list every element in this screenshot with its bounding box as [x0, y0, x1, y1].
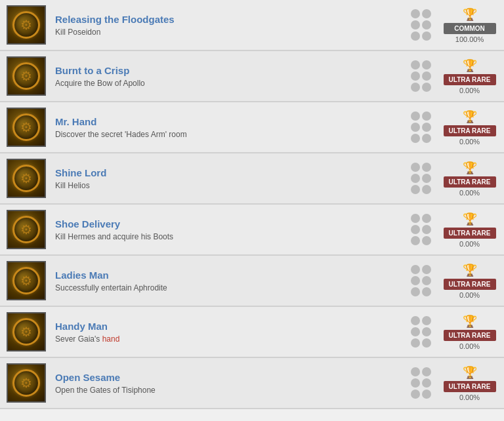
achievement-text: Shoe DeliveryKill Hermes and acquire his… — [55, 218, 400, 241]
dot — [422, 236, 431, 245]
rarity-percentage: 0.00% — [459, 291, 480, 299]
achievement-row[interactable]: Ladies ManSuccessfully entertain Aphrodi… — [0, 256, 504, 307]
achievement-title: Shoe Delivery — [55, 218, 400, 230]
dot — [411, 9, 420, 18]
achievement-row[interactable]: Handy ManSever Gaia's hand🏆ULTRA RARE0.0… — [0, 307, 504, 358]
rarity-badge: ULTRA RARE — [444, 381, 496, 392]
dot — [422, 9, 431, 18]
dot — [422, 316, 431, 325]
dot — [422, 367, 431, 376]
dot — [411, 174, 420, 183]
achievement-text: Burnt to a CrispAcquire the Bow of Apoll… — [55, 65, 400, 88]
dot — [422, 276, 431, 285]
dot — [422, 265, 431, 274]
achievement-description: Discover the secret 'Hades Arm' room — [55, 130, 400, 139]
achievement-dots — [411, 316, 431, 348]
rarity-percentage: 0.00% — [459, 189, 480, 197]
rarity-percentage: 0.00% — [459, 138, 480, 146]
dot — [422, 327, 431, 336]
achievement-dots — [411, 367, 431, 399]
dot — [411, 225, 420, 234]
achievement-icon — [7, 312, 46, 351]
achievement-description: Kill Poseidon — [55, 28, 400, 37]
dot — [422, 390, 431, 399]
achievement-title: Ladies Man — [55, 270, 400, 281]
achievement-dots — [411, 163, 431, 194]
achievement-title: Burnt to a Crisp — [55, 65, 400, 76]
achievement-rarity: 🏆ULTRA RARE0.00% — [442, 110, 497, 146]
dot — [411, 390, 420, 399]
dot — [422, 174, 431, 183]
dot — [411, 327, 420, 336]
rarity-badge: ULTRA RARE — [444, 279, 496, 290]
dot — [422, 287, 431, 296]
trophy-icon: 🏆 — [463, 7, 477, 22]
achievement-title: Releasing the Floodgates — [55, 14, 400, 25]
rarity-percentage: 0.00% — [459, 342, 480, 350]
dot — [411, 316, 420, 325]
achievement-icon — [7, 108, 46, 147]
dot — [422, 20, 431, 30]
achievement-list: Releasing the FloodgatesKill Poseidon🏆CO… — [0, 0, 504, 409]
rarity-badge: ULTRA RARE — [444, 228, 496, 239]
dot — [411, 31, 420, 41]
achievement-rarity: 🏆ULTRA RARE0.00% — [442, 212, 497, 248]
achievement-description: Kill Hermes and acquire his Boots — [55, 232, 400, 241]
trophy-icon: 🏆 — [463, 212, 477, 226]
achievement-title: Shine Lord — [55, 167, 400, 178]
dot — [411, 214, 420, 223]
achievement-icon — [7, 363, 46, 403]
achievement-title: Mr. Hand — [55, 116, 400, 127]
dot — [422, 225, 431, 234]
dot — [411, 134, 420, 143]
dot — [422, 83, 431, 92]
dot — [411, 71, 420, 81]
achievement-row[interactable]: Open SesameOpen the Gates of Tisiphone🏆U… — [0, 358, 504, 409]
dot — [422, 31, 431, 41]
dot — [411, 83, 420, 92]
dot — [422, 214, 431, 223]
rarity-percentage: 100.00% — [455, 35, 484, 43]
dot — [422, 111, 431, 121]
achievement-title: Open Sesame — [55, 372, 400, 383]
achievement-row[interactable]: Burnt to a CrispAcquire the Bow of Apoll… — [0, 51, 504, 102]
rarity-percentage: 0.00% — [459, 393, 480, 401]
achievement-dots — [411, 111, 431, 143]
achievement-rarity: 🏆ULTRA RARE0.00% — [442, 58, 497, 94]
achievement-dots — [411, 9, 431, 41]
achievement-row[interactable]: Mr. HandDiscover the secret 'Hades Arm' … — [0, 102, 504, 153]
dot — [411, 236, 420, 245]
achievement-row[interactable]: Releasing the FloodgatesKill Poseidon🏆CO… — [0, 0, 504, 51]
trophy-icon: 🏆 — [463, 365, 477, 380]
dot — [422, 338, 431, 348]
dot — [422, 378, 431, 388]
achievement-rarity: 🏆ULTRA RARE0.00% — [442, 314, 497, 350]
achievement-icon — [7, 159, 46, 198]
achievement-row[interactable]: Shine LordKill Helios🏆ULTRA RARE0.00% — [0, 153, 504, 205]
trophy-icon: 🏆 — [463, 58, 477, 73]
achievement-rarity: 🏆ULTRA RARE0.00% — [442, 161, 497, 197]
dot — [422, 185, 431, 194]
rarity-badge: ULTRA RARE — [444, 176, 496, 188]
trophy-icon: 🏆 — [463, 314, 477, 329]
trophy-icon: 🏆 — [463, 161, 477, 175]
trophy-icon: 🏆 — [463, 263, 477, 277]
achievement-icon — [7, 210, 46, 249]
dot — [422, 134, 431, 143]
achievement-icon — [7, 56, 46, 96]
achievement-dots — [411, 214, 431, 245]
achievement-icon — [7, 5, 46, 45]
dot — [411, 338, 420, 348]
dot — [411, 20, 420, 30]
dot — [411, 111, 420, 121]
achievement-row[interactable]: Shoe DeliveryKill Hermes and acquire his… — [0, 205, 504, 256]
achievement-description: Sever Gaia's hand — [55, 334, 400, 344]
achievement-dots — [411, 60, 431, 92]
achievement-text: Shine LordKill Helios — [55, 167, 400, 190]
dot — [411, 287, 420, 296]
achievement-dots — [411, 265, 431, 296]
achievement-text: Handy ManSever Gaia's hand — [55, 321, 400, 344]
achievement-text: Ladies ManSuccessfully entertain Aphrodi… — [55, 270, 400, 292]
dot — [411, 185, 420, 194]
rarity-badge: ULTRA RARE — [444, 125, 496, 136]
